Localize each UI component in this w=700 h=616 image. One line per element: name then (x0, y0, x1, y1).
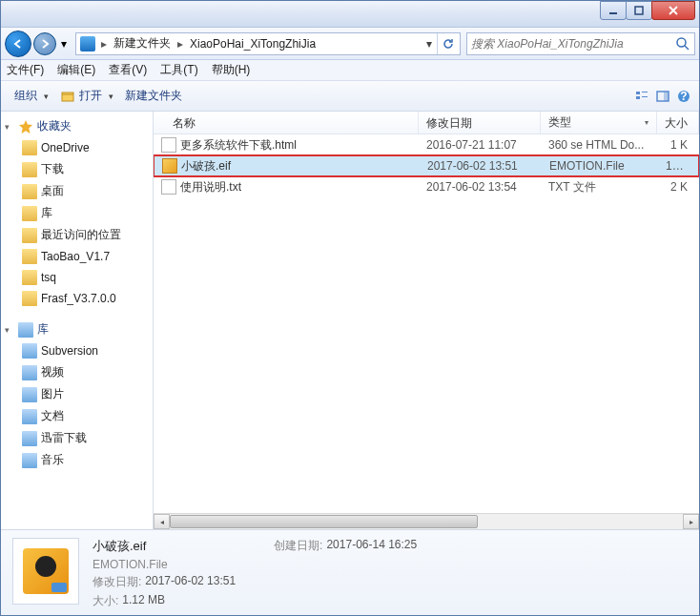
file-type: EMOTION.File (542, 159, 658, 173)
tree-item[interactable]: 最近访问的位置 (1, 224, 153, 246)
tree-item-label: 迅雷下载 (41, 430, 87, 446)
preview-pane-button[interactable] (655, 89, 670, 104)
explorer-window: ▾ ▸ 新建文件夹 ▸ XiaoPoHai_XiTongZhiJia ▾ 文件(… (0, 0, 700, 616)
tree-label: 库 (37, 321, 49, 338)
menu-file[interactable]: 文件(F) (7, 62, 44, 78)
file-row[interactable]: 使用说明.txt2017-06-02 13:54TXT 文件2 K (154, 176, 699, 197)
close-button[interactable] (651, 1, 695, 20)
navigation-tree[interactable]: ▾ 收藏夹 OneDrive下载桌面库最近访问的位置TaoBao_V1.7tsq… (1, 112, 154, 529)
file-row[interactable]: 更多系统软件下载.html2016-07-21 11:07360 se HTML… (154, 134, 699, 155)
svg-rect-6 (636, 96, 640, 99)
tree-item[interactable]: OneDrive (1, 137, 153, 158)
help-button[interactable]: ? (676, 89, 691, 104)
favorites-icon (18, 119, 33, 134)
location-icon (80, 36, 95, 51)
view-options-button[interactable] (634, 89, 649, 104)
nav-history-dropdown[interactable]: ▾ (58, 37, 70, 51)
collapse-icon[interactable]: ▾ (5, 122, 14, 132)
tree-item[interactable]: tsq (1, 267, 153, 288)
file-icon (161, 137, 176, 153)
tree-item[interactable]: 视频 (1, 361, 153, 383)
column-name[interactable]: 名称 (154, 112, 419, 133)
scroll-left-button[interactable]: ◂ (154, 514, 170, 529)
tree-item-label: 文档 (41, 408, 64, 424)
breadcrumb-sep-icon[interactable]: ▸ (97, 37, 111, 51)
maximize-button[interactable] (626, 1, 652, 20)
svg-rect-3 (62, 92, 73, 101)
command-bar: 组织 打开 新建文件夹 ? (1, 81, 699, 112)
tree-item[interactable]: TaoBao_V1.7 (1, 246, 153, 267)
tree-favorites-header[interactable]: ▾ 收藏夹 (1, 115, 153, 137)
tree-item[interactable]: 库 (1, 202, 153, 224)
menu-view[interactable]: 查看(V) (109, 62, 147, 78)
tree-item[interactable]: 下载 (1, 158, 153, 180)
search-icon[interactable] (675, 36, 690, 51)
file-size: 2 K (657, 180, 699, 194)
column-date[interactable]: 修改日期 (419, 112, 541, 133)
search-input[interactable] (471, 37, 675, 51)
details-mod-label: 修改日期: (93, 574, 141, 590)
tree-item-label: 音乐 (41, 452, 64, 468)
file-thumbnail (12, 538, 79, 605)
folder-icon (22, 291, 37, 306)
nav-bar: ▾ ▸ 新建文件夹 ▸ XiaoPoHai_XiTongZhiJia ▾ (1, 28, 699, 60)
library-icon (22, 343, 37, 359)
tree-libraries-header[interactable]: ▾ 库 (1, 318, 153, 340)
collapse-icon[interactable]: ▾ (5, 325, 14, 335)
library-icon (22, 365, 37, 380)
search-box[interactable] (466, 32, 695, 55)
column-size[interactable]: 大小 (657, 112, 699, 133)
breadcrumb-item[interactable]: XiaoPoHai_XiTongZhiJia (187, 37, 319, 51)
breadcrumb-item[interactable]: 新建文件夹 (111, 35, 174, 51)
folder-icon (22, 184, 37, 199)
details-filename: 小破孩.eif (93, 538, 236, 555)
svg-text:?: ? (680, 90, 687, 103)
scroll-right-button[interactable]: ▸ (683, 514, 699, 529)
tree-item-label: 最近访问的位置 (41, 227, 121, 243)
tree-item[interactable]: 音乐 (1, 449, 153, 471)
eif-icon (23, 548, 69, 594)
details-mod-value: 2017-06-02 13:51 (145, 574, 236, 590)
scroll-thumb[interactable] (170, 515, 478, 528)
file-date: 2017-06-02 13:51 (420, 159, 542, 173)
back-button[interactable] (5, 31, 31, 57)
tree-item-label: 视频 (41, 364, 64, 380)
menu-bar: 文件(F) 编辑(E) 查看(V) 工具(T) 帮助(H) (1, 60, 699, 81)
tree-item-label: TaoBao_V1.7 (41, 250, 110, 263)
scroll-track[interactable] (170, 514, 683, 529)
titlebar[interactable] (1, 1, 699, 28)
tree-item[interactable]: Frasf_V3.7.0.0 (1, 288, 153, 309)
tree-item[interactable]: 图片 (1, 383, 153, 405)
tree-item-label: 下载 (41, 161, 64, 177)
folder-icon (22, 140, 37, 155)
file-name: 使用说明.txt (180, 179, 241, 195)
horizontal-scrollbar[interactable]: ◂ ▸ (154, 513, 699, 529)
forward-button[interactable] (33, 32, 56, 55)
file-rows[interactable]: 更多系统软件下载.html2016-07-21 11:07360 se HTML… (154, 134, 699, 513)
file-row[interactable]: 小破孩.eif2017-06-02 13:51EMOTION.File1,149… (154, 155, 699, 176)
refresh-button[interactable] (437, 33, 458, 54)
breadcrumb-sep-icon[interactable]: ▸ (174, 37, 187, 51)
minimize-button[interactable] (600, 1, 627, 20)
address-bar[interactable]: ▸ 新建文件夹 ▸ XiaoPoHai_XiTongZhiJia ▾ (75, 32, 461, 55)
folder-icon (22, 228, 37, 243)
open-button[interactable]: 打开 (54, 86, 119, 106)
tree-item[interactable]: 桌面 (1, 180, 153, 202)
menu-tools[interactable]: 工具(T) (160, 62, 197, 78)
tree-item-label: OneDrive (41, 141, 90, 154)
organize-button[interactable]: 组织 (9, 86, 54, 106)
address-dropdown-icon[interactable]: ▾ (422, 37, 437, 51)
library-icon (22, 453, 37, 468)
tree-item-label: 桌面 (41, 183, 64, 199)
tree-item[interactable]: Subversion (1, 340, 153, 361)
menu-help[interactable]: 帮助(H) (212, 62, 251, 78)
file-size: 1 K (657, 138, 699, 152)
tree-item[interactable]: 迅雷下载 (1, 427, 153, 449)
library-icon (22, 409, 37, 424)
tree-item[interactable]: 文档 (1, 405, 153, 427)
menu-edit[interactable]: 编辑(E) (57, 62, 95, 78)
column-type[interactable]: 类型 (541, 112, 657, 133)
nav-arrows: ▾ (5, 31, 70, 57)
svg-rect-0 (609, 12, 617, 14)
new-folder-button[interactable]: 新建文件夹 (119, 86, 188, 106)
